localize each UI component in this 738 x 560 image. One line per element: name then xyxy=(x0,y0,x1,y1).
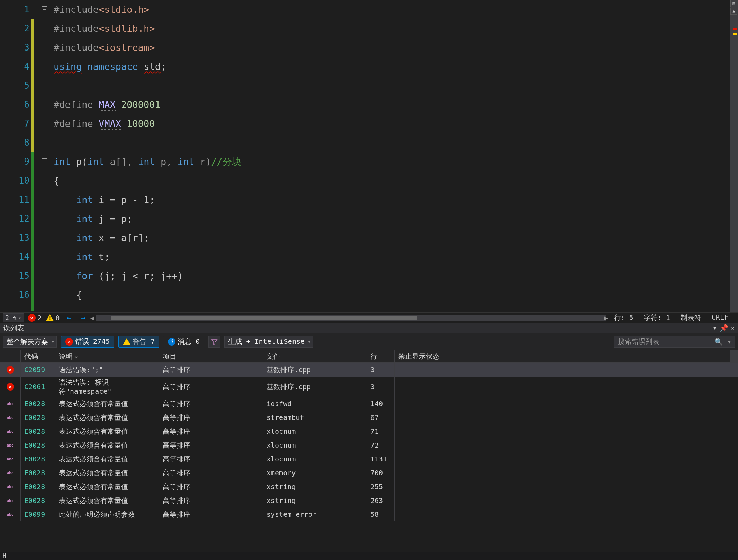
row-code[interactable]: E0028 xyxy=(21,466,55,480)
fold-toggle[interactable] xyxy=(42,158,47,164)
horizontal-scrollbar[interactable]: ◀ ▶ xyxy=(96,315,606,321)
row-line: 3 xyxy=(367,363,395,377)
row-code[interactable]: E0028 xyxy=(21,494,55,507)
column-line[interactable]: 行 xyxy=(367,350,395,362)
row-code[interactable]: E0028 xyxy=(21,480,55,494)
column-icon[interactable] xyxy=(0,350,21,362)
intellisense-icon xyxy=(7,498,14,503)
nav-forward-icon[interactable]: → xyxy=(78,313,88,322)
fold-toggle[interactable] xyxy=(42,6,47,12)
error-row[interactable]: E0028表达式必须含有常量值高等排序xlocnum1131 xyxy=(0,452,738,466)
error-row[interactable]: E0099此处的声明必须声明参数高等排序system_error58 xyxy=(0,507,738,521)
search-error-list[interactable]: 搜索错误列表 🔍 ▾ xyxy=(614,336,735,348)
column-description[interactable]: 说明▽ xyxy=(55,350,159,362)
line-number: 15 xyxy=(0,266,29,285)
error-row[interactable]: C2059语法错误:";"高等排序基数排序.cpp3 xyxy=(0,363,738,377)
row-code[interactable]: E0028 xyxy=(21,438,55,452)
scroll-left-icon[interactable]: ◀ xyxy=(89,315,96,321)
row-line: 140 xyxy=(367,397,395,411)
row-suppress xyxy=(395,494,738,507)
row-line: 3 xyxy=(367,377,395,397)
row-code[interactable]: E0028 xyxy=(21,411,55,424)
error-row[interactable]: E0028表达式必须含有常量值高等排序iosfwd140 xyxy=(0,397,738,411)
error-row[interactable]: E0028表达式必须含有常量值高等排序streambuf67 xyxy=(0,411,738,424)
row-line: 263 xyxy=(367,494,395,507)
indent-mode[interactable]: 制表符 xyxy=(681,313,701,322)
error-list-toolbar: 整个解决方案 错误 2745 警告 7 消息 0 生成 + IntelliSen… xyxy=(0,333,738,350)
column-code[interactable]: 代码 xyxy=(21,350,55,362)
row-icon xyxy=(0,507,21,521)
row-icon xyxy=(0,411,21,424)
warning-badge[interactable]: 0 xyxy=(46,314,60,322)
error-row[interactable]: E0028表达式必须含有常量值高等排序xlocnum71 xyxy=(0,424,738,438)
fold-toggle[interactable] xyxy=(42,273,47,278)
messages-filter-button[interactable]: 消息 0 xyxy=(163,336,204,348)
row-code[interactable]: E0028 xyxy=(21,452,55,466)
row-code[interactable]: E0099 xyxy=(21,507,55,521)
errors-filter-button[interactable]: 错误 2745 xyxy=(61,336,114,348)
row-icon xyxy=(0,377,21,397)
error-grid-body[interactable]: C2059语法错误:";"高等排序基数排序.cpp3C2061语法错误: 标识符… xyxy=(0,363,738,521)
change-indicator xyxy=(31,152,34,311)
row-file: system_error xyxy=(263,507,367,521)
line-ending[interactable]: CRLF xyxy=(712,313,728,322)
error-marker[interactable] xyxy=(734,28,737,30)
current-line[interactable] xyxy=(54,76,738,95)
row-code[interactable]: C2059 xyxy=(21,363,55,377)
row-file: streambuf xyxy=(263,411,367,424)
scroll-right-icon[interactable]: ▶ xyxy=(606,315,613,321)
pin-icon[interactable]: 📌 xyxy=(720,324,728,332)
warning-icon xyxy=(123,338,130,345)
error-row[interactable]: C2061语法错误: 标识符"namespace"高等排序基数排序.cpp3 xyxy=(0,377,738,397)
fold-column[interactable] xyxy=(40,0,54,312)
line-number: 4 xyxy=(0,57,29,76)
line-number: 11 xyxy=(0,190,29,209)
error-row[interactable]: E0028表达式必须含有常量值高等排序xmemory700 xyxy=(0,466,738,480)
line-number: 10 xyxy=(0,171,29,190)
error-row[interactable]: E0028表达式必须含有常量值高等排序xstring255 xyxy=(0,480,738,494)
row-code[interactable]: E0028 xyxy=(21,397,55,411)
line-number: 2 xyxy=(0,19,29,38)
row-code[interactable]: E0028 xyxy=(21,424,55,438)
change-indicator xyxy=(31,19,34,152)
intellisense-icon xyxy=(7,470,14,475)
row-description: 表达式必须含有常量值 xyxy=(55,424,159,438)
row-project: 高等排序 xyxy=(159,438,263,452)
number: 2000001 xyxy=(116,99,161,110)
line-number: 7 xyxy=(0,114,29,133)
row-description: 语法错误: 标识符"namespace" xyxy=(55,377,159,397)
scroll-up-icon[interactable]: ▲ xyxy=(730,8,737,15)
build-source-dropdown[interactable]: 生成 + IntelliSense xyxy=(224,336,313,348)
column-suppress[interactable]: 禁止显示状态 xyxy=(395,350,731,362)
warnings-filter-button[interactable]: 警告 7 xyxy=(118,336,159,348)
error-row[interactable]: E0028表达式必须含有常量值高等排序xlocnum72 xyxy=(0,438,738,452)
close-icon[interactable]: ✕ xyxy=(731,325,735,331)
dropdown-icon[interactable]: ▾ xyxy=(713,324,717,332)
filter-button[interactable] xyxy=(208,336,220,348)
intellisense-icon xyxy=(7,443,14,448)
intellisense-icon xyxy=(7,401,14,406)
row-description: 表达式必须含有常量值 xyxy=(55,466,159,480)
row-suppress xyxy=(395,466,738,480)
nav-back-icon[interactable]: ← xyxy=(64,313,74,322)
preprocessor: #include xyxy=(54,42,99,53)
code-editor[interactable]: 1 2 3 4 5 6 7 8 9 10 11 12 13 14 15 16 #… xyxy=(0,0,738,312)
scope-dropdown[interactable]: 整个解决方案 xyxy=(3,336,57,348)
column-project[interactable]: 项目 xyxy=(159,350,263,362)
zoom-dropdown[interactable]: 2 % xyxy=(3,313,24,322)
error-list-titlebar[interactable]: 误列表 ▾ 📌 ✕ xyxy=(0,323,738,333)
error-badge[interactable]: 2 xyxy=(28,314,42,322)
search-icon: 🔍 ▾ xyxy=(714,338,731,346)
type: int xyxy=(54,156,71,167)
row-code[interactable]: C2061 xyxy=(21,377,55,397)
column-file[interactable]: 文件 xyxy=(263,350,367,362)
vertical-scrollbar[interactable]: ▤ ▲ xyxy=(730,0,738,312)
code-content[interactable]: #include<stdio.h> #include<stdlib.h> #in… xyxy=(54,0,738,312)
error-row[interactable]: E0028表达式必须含有常量值高等排序xstring263 xyxy=(0,494,738,507)
scroll-thumb[interactable] xyxy=(111,316,417,320)
row-file: 基数排序.cpp xyxy=(263,363,367,377)
split-handle-icon[interactable]: ▤ xyxy=(730,0,737,7)
error-grid-header[interactable]: 代码 说明▽ 项目 文件 行 禁止显示状态 xyxy=(0,350,738,363)
warn-marker[interactable] xyxy=(734,33,737,35)
include-path: <stdlib.h> xyxy=(99,23,155,34)
